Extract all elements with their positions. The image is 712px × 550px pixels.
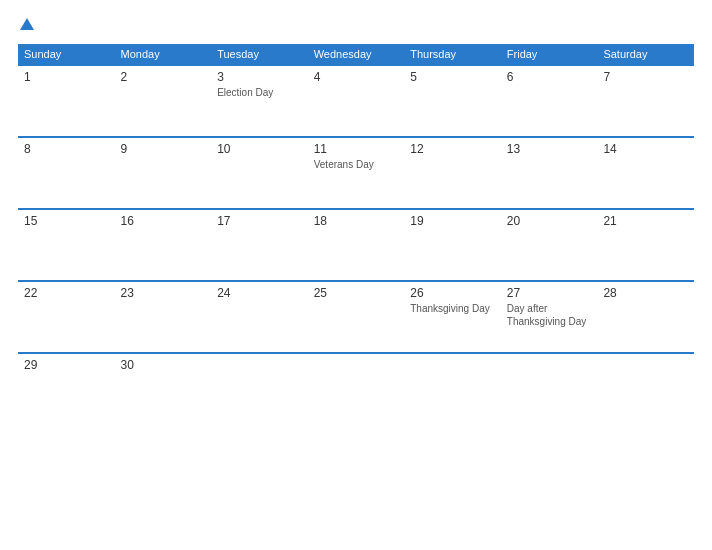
calendar-cell: 8 (18, 137, 115, 209)
calendar-page: SundayMondayTuesdayWednesdayThursdayFrid… (0, 0, 712, 550)
calendar-cell: 29 (18, 353, 115, 408)
day-number: 29 (24, 358, 109, 372)
calendar-week-row: 123Election Day4567 (18, 65, 694, 137)
calendar-cell: 19 (404, 209, 501, 281)
day-number: 3 (217, 70, 302, 84)
calendar-cell: 12 (404, 137, 501, 209)
calendar-week-row: 2930 (18, 353, 694, 408)
calendar-week-row: 891011Veterans Day121314 (18, 137, 694, 209)
day-number: 18 (314, 214, 399, 228)
calendar-cell: 22 (18, 281, 115, 353)
calendar-cell: 13 (501, 137, 598, 209)
day-header-saturday: Saturday (597, 44, 694, 65)
calendar-cell: 20 (501, 209, 598, 281)
day-header-friday: Friday (501, 44, 598, 65)
calendar-cell: 23 (115, 281, 212, 353)
day-number: 9 (121, 142, 206, 156)
calendar-cell: 27Day after Thanksgiving Day (501, 281, 598, 353)
day-number: 15 (24, 214, 109, 228)
event-label: Election Day (217, 87, 273, 98)
day-number: 11 (314, 142, 399, 156)
event-label: Veterans Day (314, 159, 374, 170)
day-number: 7 (603, 70, 688, 84)
day-number: 27 (507, 286, 592, 300)
calendar-cell: 11Veterans Day (308, 137, 405, 209)
calendar-cell: 1 (18, 65, 115, 137)
day-number: 6 (507, 70, 592, 84)
calendar-week-row: 15161718192021 (18, 209, 694, 281)
day-number: 8 (24, 142, 109, 156)
day-number: 21 (603, 214, 688, 228)
day-number: 30 (121, 358, 206, 372)
calendar-cell: 9 (115, 137, 212, 209)
day-number: 12 (410, 142, 495, 156)
calendar-cell: 30 (115, 353, 212, 408)
calendar-cell: 10 (211, 137, 308, 209)
day-header-tuesday: Tuesday (211, 44, 308, 65)
day-number: 26 (410, 286, 495, 300)
calendar-cell: 7 (597, 65, 694, 137)
calendar-cell: 24 (211, 281, 308, 353)
calendar-cell: 18 (308, 209, 405, 281)
calendar-cell: 26Thanksgiving Day (404, 281, 501, 353)
calendar-cell (597, 353, 694, 408)
calendar-cell: 2 (115, 65, 212, 137)
event-label: Day after Thanksgiving Day (507, 303, 586, 327)
calendar-cell: 5 (404, 65, 501, 137)
calendar-table: SundayMondayTuesdayWednesdayThursdayFrid… (18, 44, 694, 408)
calendar-cell: 6 (501, 65, 598, 137)
logo-triangle-icon (20, 18, 34, 30)
day-header-wednesday: Wednesday (308, 44, 405, 65)
calendar-cell: 3Election Day (211, 65, 308, 137)
day-number: 4 (314, 70, 399, 84)
calendar-cell (501, 353, 598, 408)
day-number: 20 (507, 214, 592, 228)
day-number: 23 (121, 286, 206, 300)
day-number: 5 (410, 70, 495, 84)
calendar-header-row: SundayMondayTuesdayWednesdayThursdayFrid… (18, 44, 694, 65)
day-number: 1 (24, 70, 109, 84)
calendar-cell (308, 353, 405, 408)
day-header-monday: Monday (115, 44, 212, 65)
logo-text (18, 16, 34, 34)
calendar-cell: 14 (597, 137, 694, 209)
event-label: Thanksgiving Day (410, 303, 489, 314)
day-number: 28 (603, 286, 688, 300)
day-number: 25 (314, 286, 399, 300)
day-header-thursday: Thursday (404, 44, 501, 65)
calendar-week-row: 2223242526Thanksgiving Day27Day after Th… (18, 281, 694, 353)
day-number: 19 (410, 214, 495, 228)
calendar-cell: 15 (18, 209, 115, 281)
day-header-sunday: Sunday (18, 44, 115, 65)
calendar-cell: 21 (597, 209, 694, 281)
calendar-cell: 16 (115, 209, 212, 281)
day-number: 10 (217, 142, 302, 156)
calendar-cell (211, 353, 308, 408)
calendar-cell: 4 (308, 65, 405, 137)
calendar-cell: 17 (211, 209, 308, 281)
header (18, 16, 694, 34)
day-number: 16 (121, 214, 206, 228)
logo (18, 16, 34, 34)
day-number: 13 (507, 142, 592, 156)
calendar-cell: 28 (597, 281, 694, 353)
day-number: 2 (121, 70, 206, 84)
day-number: 22 (24, 286, 109, 300)
calendar-cell: 25 (308, 281, 405, 353)
day-number: 17 (217, 214, 302, 228)
day-number: 14 (603, 142, 688, 156)
calendar-cell (404, 353, 501, 408)
day-number: 24 (217, 286, 302, 300)
